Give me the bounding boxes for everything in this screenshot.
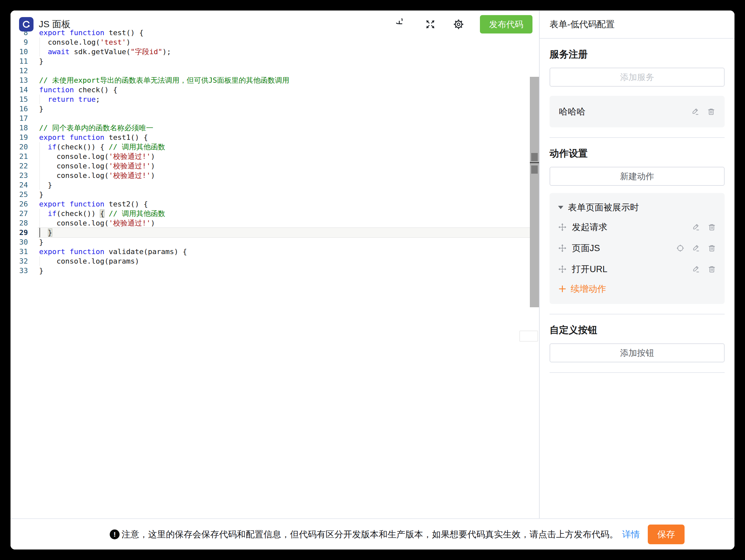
code-line[interactable]: 22 console.log('校验通过!') xyxy=(10,161,539,171)
code-line[interactable]: 10 await sdk.getValue("字段id"); xyxy=(10,47,539,57)
code-line-content: console.log(params) xyxy=(39,257,139,265)
scrollbar-marker xyxy=(531,166,538,174)
line-number: 20 xyxy=(10,142,28,152)
action-item-row[interactable]: 页面JS xyxy=(558,238,716,259)
line-number: 21 xyxy=(10,152,28,161)
code-line[interactable]: 23 console.log('校验通过!') xyxy=(10,171,539,180)
edit-icon[interactable] xyxy=(692,223,700,232)
action-item-label: 页面JS xyxy=(572,242,600,254)
line-number: 14 xyxy=(10,85,28,95)
details-link[interactable]: 详情 xyxy=(622,528,640,540)
code-line[interactable]: 9 console.log('test') xyxy=(10,37,539,47)
section-divider xyxy=(550,372,725,373)
add-button-button[interactable]: 添加按钮 xyxy=(550,343,725,362)
new-action-button[interactable]: 新建动作 xyxy=(550,167,725,186)
editor-pane: JS 面板 xyxy=(10,10,539,518)
fullscreen-icon[interactable] xyxy=(423,18,437,31)
service-item-name: 哈哈哈 xyxy=(559,106,585,117)
delete-icon[interactable] xyxy=(708,244,716,252)
line-number: 25 xyxy=(10,190,28,199)
code-line-content: } xyxy=(39,181,52,189)
code-line[interactable]: 26export function test2() { xyxy=(10,199,539,209)
code-line[interactable]: 17 xyxy=(10,113,539,123)
action-trigger-label: 表单页面被展示时 xyxy=(568,202,639,213)
editor-scrollbar-corner xyxy=(519,330,538,342)
move-icon[interactable] xyxy=(558,244,566,252)
sidebar-header: 表单-低代码配置 xyxy=(540,10,735,39)
publish-code-button[interactable]: 发布代码 xyxy=(480,15,532,33)
code-line-content: } xyxy=(39,229,52,237)
line-number: 26 xyxy=(10,199,28,209)
code-line[interactable]: 12 xyxy=(10,66,539,75)
code-line[interactable]: 24 } xyxy=(10,180,539,190)
code-line[interactable]: 11} xyxy=(10,57,539,66)
sidebar-title: 表单-低代码配置 xyxy=(550,19,615,30)
code-line[interactable]: 29 } xyxy=(10,228,539,237)
notice-text: 注意，这里的保存会保存代码和配置信息，但代码有区分开发版本和生产版本，如果想要代… xyxy=(122,528,618,540)
target-icon[interactable] xyxy=(676,244,685,252)
code-line-content: export function test1() { xyxy=(39,133,148,141)
add-action-link[interactable]: 续增动作 xyxy=(558,280,716,298)
code-line[interactable]: 13// 未使用export导出的函数表单无法调用，但可供JS面板里的其他函数调… xyxy=(10,75,539,85)
settings-gear-icon[interactable] xyxy=(452,18,465,31)
line-number: 28 xyxy=(10,218,28,228)
add-action-label: 续增动作 xyxy=(571,283,606,295)
code-line[interactable]: 25} xyxy=(10,190,539,199)
code-line[interactable]: 33} xyxy=(10,266,539,275)
scrollbar-position-line xyxy=(530,162,539,163)
delete-icon[interactable] xyxy=(708,265,716,273)
line-number: 27 xyxy=(10,209,28,218)
code-line[interactable]: 28 console.log('校验通过!') xyxy=(10,218,539,228)
code-line[interactable]: 21 console.log('校验通过!') xyxy=(10,152,539,161)
line-number: 24 xyxy=(10,180,28,190)
editor-scrollbar-thumb[interactable] xyxy=(530,77,539,307)
code-line-content: function check() { xyxy=(39,86,117,94)
notice-exclamation-icon: ! xyxy=(110,529,120,539)
code-line-content: // 同个表单内的函数名称必须唯一 xyxy=(39,124,153,132)
code-line-content: } xyxy=(39,105,43,113)
code-line-content: console.log('校验通过!') xyxy=(39,171,155,180)
code-line[interactable]: 16} xyxy=(10,104,539,113)
action-item-row[interactable]: 发起请求 xyxy=(558,217,716,238)
move-icon[interactable] xyxy=(558,265,566,273)
code-line-content: if(check()) { // 调用其他函数 xyxy=(39,209,165,218)
edit-icon[interactable] xyxy=(692,244,700,252)
code-line-content: console.log('test') xyxy=(39,38,130,46)
add-service-button[interactable]: 添加服务 xyxy=(550,68,725,87)
line-number: 23 xyxy=(10,171,28,180)
code-line[interactable]: 19export function test1() { xyxy=(10,133,539,142)
move-icon[interactable] xyxy=(558,223,566,232)
action-item-label: 发起请求 xyxy=(572,221,607,233)
delete-icon[interactable] xyxy=(708,223,716,232)
save-button[interactable]: 保存 xyxy=(648,525,685,544)
edit-icon[interactable] xyxy=(691,107,700,116)
service-item: 哈哈哈 xyxy=(550,96,725,127)
code-line[interactable]: 30} xyxy=(10,237,539,247)
plus-icon xyxy=(558,285,566,293)
code-line-content: export function test2() { xyxy=(39,200,148,208)
code-line-content: } xyxy=(39,190,43,199)
code-line[interactable]: 20 if(check()) { // 调用其他函数 xyxy=(10,142,539,152)
code-line-content: console.log('校验通过!') xyxy=(39,162,155,170)
app-logo xyxy=(19,17,33,32)
code-line[interactable]: 31export function validate(params) { xyxy=(10,247,539,256)
scrollbar-marker xyxy=(531,153,538,161)
code-line[interactable]: 32 console.log(params) xyxy=(10,256,539,266)
action-trigger-row[interactable]: 表单页面被展示时 xyxy=(558,198,716,217)
code-line-content: } xyxy=(39,238,43,246)
code-line-content: if(check()) { // 调用其他函数 xyxy=(39,143,165,151)
code-line[interactable]: 14function check() { xyxy=(10,85,539,95)
action-item-row[interactable]: 打开URL xyxy=(558,259,716,280)
code-line-content: return true; xyxy=(39,95,100,103)
line-number: 10 xyxy=(10,47,28,57)
delete-icon[interactable] xyxy=(707,107,715,116)
config-sidebar: 表单-低代码配置 服务注册 添加服务 哈哈哈 动作设置 新建动作 表单页面被展示… xyxy=(540,10,735,518)
code-line[interactable]: 15 return true; xyxy=(10,95,539,104)
line-number: 16 xyxy=(10,104,28,113)
undo-icon[interactable] xyxy=(395,18,409,31)
edit-icon[interactable] xyxy=(692,265,700,273)
code-line[interactable]: 18// 同个表单内的函数名称必须唯一 xyxy=(10,123,539,133)
line-number: 22 xyxy=(10,161,28,171)
code-editor[interactable]: 8export function test() {9 console.log('… xyxy=(10,10,539,518)
code-line[interactable]: 27 if(check()) { // 调用其他函数 xyxy=(10,209,539,218)
